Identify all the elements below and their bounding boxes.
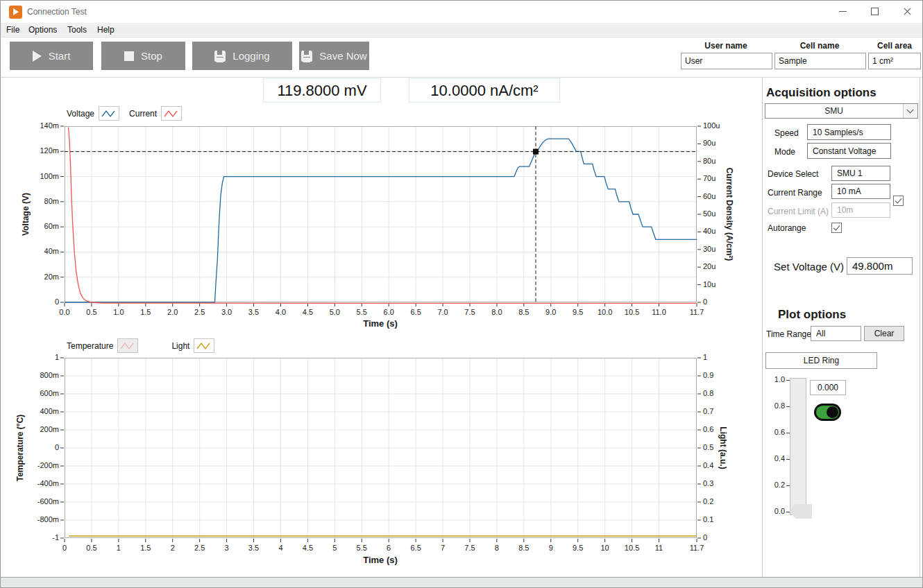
x-tick-label: 5 — [317, 544, 352, 552]
led-ring-button[interactable]: LED Ring — [765, 352, 877, 369]
right-edge-divider — [920, 78, 920, 577]
current-range-checkbox[interactable] — [893, 196, 904, 206]
cell-name-input[interactable] — [774, 53, 866, 69]
toggle-switch[interactable] — [814, 404, 841, 421]
slider-tick-mark — [786, 485, 790, 486]
user-name-label: User name — [681, 41, 771, 51]
slider-track[interactable] — [790, 378, 806, 515]
x-tick-label: 7 — [425, 544, 460, 552]
y-tick-label-right: 80u — [703, 157, 740, 165]
y-tick-label-left: 40m — [22, 247, 59, 255]
legend-item-temperature[interactable]: Temperature — [67, 338, 138, 353]
maximize-button[interactable] — [858, 1, 890, 22]
user-name-input[interactable] — [681, 53, 772, 69]
legend-label: Temperature — [67, 341, 113, 351]
logging-button[interactable]: Logging — [192, 42, 292, 70]
x-tick-label: 5.5 — [344, 308, 379, 316]
x-tick-label: 3.5 — [237, 308, 271, 316]
start-button[interactable]: Start — [10, 42, 93, 70]
stop-button[interactable]: Stop — [101, 42, 185, 70]
legend-item-light[interactable]: Light — [171, 338, 214, 353]
time-range-value[interactable]: All — [811, 326, 861, 341]
menu-help[interactable]: Help — [97, 25, 115, 35]
current-range-value[interactable]: 10 mA — [831, 184, 890, 199]
x-tick-label: 6 — [371, 544, 406, 552]
clear-button[interactable]: Clear — [864, 326, 904, 341]
temperature-light-chart[interactable] — [65, 358, 697, 538]
maximize-icon — [871, 8, 879, 15]
close-button[interactable] — [891, 1, 923, 22]
y-tick-label-right: 40u — [703, 227, 740, 235]
window-title: Connection Test — [27, 7, 87, 17]
current-density-readout: 10.0000 nA/cm² — [409, 78, 560, 103]
y-tick-label-left: 140m — [22, 121, 59, 130]
autorange-checkbox[interactable] — [831, 223, 842, 233]
minimize-button[interactable] — [827, 1, 858, 22]
x-tick-label: 0.5 — [74, 544, 109, 552]
status-bar — [1, 577, 923, 588]
y-tick-label-right: 90u — [703, 139, 740, 147]
y-tick-label-left: 400m — [22, 407, 59, 415]
x-tick-label: 7.0 — [425, 308, 460, 316]
speed-value[interactable]: 10 Samples/s — [807, 124, 891, 140]
menu-tools[interactable]: Tools — [67, 25, 87, 35]
x-tick-label: 6.5 — [398, 544, 433, 552]
mode-value[interactable]: Constant Voltage — [807, 143, 891, 159]
menu-file[interactable]: File — [6, 25, 19, 35]
legend-item-current[interactable]: Current — [129, 106, 182, 121]
slider-value[interactable]: 0.000 — [810, 380, 846, 395]
play-icon — [33, 51, 42, 62]
set-voltage-input[interactable]: 49.800m — [847, 257, 913, 275]
y-tick-label-left: 600m — [22, 389, 59, 397]
slider-tick-label: 1.0 — [764, 375, 785, 383]
x-tick-label: 10.5 — [615, 308, 650, 316]
x-tick-label: 11.7 — [679, 308, 714, 316]
x-tick-label: 10.0 — [588, 308, 623, 316]
slider-tick-mark — [786, 380, 790, 381]
speed-label: Speed — [774, 128, 799, 138]
save-now-button[interactable]: Save Now — [299, 42, 369, 70]
y-tick-label-right: 10u — [703, 280, 740, 288]
voltage-readout: 119.8000 mV — [263, 78, 381, 103]
current-density-axis-title: Current Density (A/cm²) — [725, 168, 734, 261]
legend-label: Voltage — [67, 109, 94, 119]
menu-options[interactable]: Options — [28, 25, 57, 35]
cell-area-input[interactable] — [868, 53, 921, 69]
y-tick-label-right: 50u — [703, 209, 740, 218]
slider-tick-label: 0.6 — [764, 428, 785, 436]
x-tick-label: 9 — [534, 544, 568, 552]
stop-icon — [124, 51, 134, 61]
chevron-down-icon[interactable] — [903, 104, 917, 118]
cursor-marker[interactable] — [533, 149, 539, 155]
x-tick-label: 8.5 — [507, 544, 541, 552]
x-tick-label: 1 — [101, 544, 136, 552]
x-tick-label: 1.5 — [128, 544, 163, 552]
legend-item-voltage[interactable]: Voltage — [67, 106, 119, 121]
x-tick-label: 11.7 — [679, 544, 714, 552]
y-tick-label-right: 0.7 — [703, 407, 740, 415]
x-tick-label: 8.0 — [480, 308, 514, 316]
x-tick-label: 9.0 — [534, 308, 568, 316]
legend-glyph-temperature — [117, 338, 138, 353]
voltage-current-chart[interactable] — [65, 126, 697, 302]
legend-glyph-voltage — [99, 106, 119, 121]
instrument-dropdown[interactable]: SMU — [765, 103, 918, 119]
legend-glyph-light — [194, 338, 214, 353]
x-tick-label: 10.5 — [615, 544, 650, 552]
y-tick-label-left: 200m — [22, 425, 59, 433]
x-tick-label: 8 — [480, 544, 514, 552]
acquisition-options-title: Acquisition options — [766, 86, 877, 100]
x-tick-label: 8.5 — [507, 308, 541, 316]
x-tick-label: 7.5 — [452, 544, 487, 552]
toggle-knob — [827, 406, 838, 418]
y-tick-label-left: 0 — [22, 297, 59, 306]
x-tick-label: 0.0 — [47, 308, 82, 316]
x-tick-label: 2.5 — [183, 544, 217, 552]
menu-bar: File Options Tools Help — [1, 23, 923, 37]
x-tick-label: 1.5 — [128, 308, 163, 316]
x-tick-label: 4 — [263, 544, 298, 552]
x-tick-label: 4.5 — [290, 544, 325, 552]
x-tick-label: 5.5 — [344, 544, 379, 552]
plot-options-title: Plot options — [778, 308, 846, 322]
device-select-value[interactable]: SMU 1 — [831, 166, 890, 181]
